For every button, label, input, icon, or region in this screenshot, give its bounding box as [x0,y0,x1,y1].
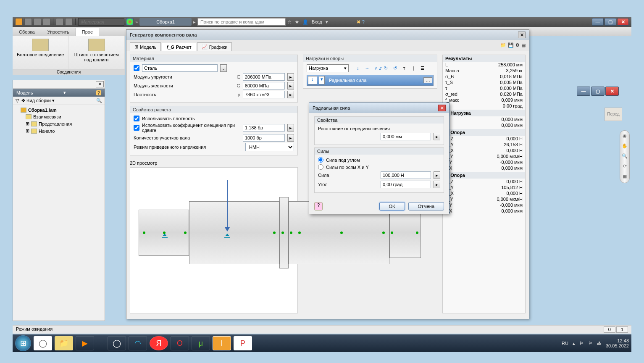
bg-close[interactable]: ✕ [605,87,619,96]
help-icon[interactable]: ? [362,19,365,24]
chevron-icon[interactable]: ▾ [319,76,325,84]
load-edit-button[interactable]: … [423,77,432,83]
panel-close-icon[interactable]: ✕ [96,81,104,87]
list-icon[interactable]: ☰ [419,65,426,72]
sections-dd[interactable]: ▸ [287,134,294,142]
clock[interactable]: 12:48 30.05.2022 [606,338,629,348]
dialog-close-button[interactable]: ✕ [438,105,446,111]
tray-flag-icon[interactable]: 🏳 [579,341,584,346]
taskbar-powerpoint[interactable]: P [234,336,252,350]
taskbar-media[interactable]: ▶ [76,336,94,350]
sections-input[interactable] [243,134,285,142]
taskbar-app[interactable]: ◯ [34,336,52,350]
filter-icon[interactable]: ▽ [16,98,19,103]
minimize-button[interactable]: — [592,18,604,26]
close-button[interactable]: ✕ [617,18,629,26]
tray-flag-icon[interactable]: 🏳 [588,341,593,346]
pan-icon[interactable]: ✋ [621,143,628,150]
view-cube[interactable]: Перед [605,108,622,121]
appearance-icon[interactable] [126,18,134,26]
tree-node[interactable]: ⊞ Представления [16,120,102,127]
undo-icon[interactable] [56,18,63,26]
gen-save-icon[interactable]: 💾 [508,42,514,50]
assembly-view-dropdown[interactable]: ✥ Вид сборки ▾ [21,98,55,103]
g-input[interactable] [243,82,285,89]
open-icon[interactable] [34,18,41,26]
text-icon[interactable]: т [401,65,407,72]
bg-maximize[interactable]: ▢ [591,87,605,96]
distributed-load-icon[interactable]: ⫽⫽ [373,65,380,72]
document-tab[interactable]: Сборка1 [139,18,192,26]
taskbar-explorer[interactable]: 📁 [55,336,73,350]
find-icon[interactable]: 🔍 [96,98,102,103]
torque-icon[interactable]: ↺ [392,65,398,72]
e-input[interactable] [243,73,285,81]
gen-close-button[interactable]: ✕ [518,32,526,38]
gen-open-icon[interactable]: 📁 [500,42,506,50]
start-button[interactable]: ⊞ [15,335,31,351]
dialog-help-button[interactable]: ? [314,202,323,210]
material-selector[interactable] [78,18,124,26]
ribbon-tab-design[interactable]: Прое [76,28,99,36]
angle-input[interactable] [381,181,431,188]
force-angle-radio[interactable] [318,157,323,163]
taskbar-inventor[interactable]: I [213,336,231,350]
tab-calc[interactable]: f_GРасчет [162,43,196,51]
star-icon[interactable]: ★ [295,19,299,25]
gen-settings-icon[interactable]: ⚙ [515,42,520,50]
panel-help-icon[interactable]: ? [96,90,101,95]
taskbar-edge[interactable]: ◠ [129,336,147,350]
force-input[interactable] [381,171,431,179]
force-dd[interactable]: ▸ [434,171,440,179]
rho-input[interactable] [243,91,285,98]
distance-dd[interactable]: ▸ [434,133,440,140]
ribbon-tab-assembly[interactable]: Сборка [13,28,41,36]
taskbar-chrome[interactable]: ◯ [108,336,126,350]
tree-node[interactable]: Взаимосвязи [16,113,102,120]
tree-root[interactable]: Сборка1.iam [16,107,102,113]
distance-input[interactable] [381,133,431,140]
shaft-2d-preview[interactable] [130,167,298,313]
login-area[interactable]: ☆ ★ 👤 Вход ▾ [287,19,328,25]
tree-node[interactable]: ⊞ Начало [16,127,102,134]
bg-minimize[interactable]: — [577,87,590,96]
tray-up-icon[interactable]: ▴ [573,341,575,346]
orbit-icon[interactable]: ⟳ [621,163,628,170]
rho-dd[interactable]: ▸ [287,91,294,98]
taskbar-yandex[interactable]: Я [150,336,168,350]
mode-select[interactable]: НМН [245,143,294,151]
angle-dd[interactable]: ▸ [434,181,440,188]
material-name-input[interactable] [142,64,218,72]
taskbar-opera[interactable]: O [171,336,189,350]
ribbon-tab-simplify[interactable]: Упростить [41,28,76,36]
help-icon[interactable]: ✖ [357,19,360,25]
tab-graphs[interactable]: 📈Графики [197,42,232,51]
language-indicator[interactable]: RU [562,341,568,346]
material-browse-button[interactable]: … [220,64,227,72]
axial-force-icon[interactable]: → [364,65,371,72]
tab-model[interactable]: ⊞Модель [130,42,161,51]
maximize-button[interactable]: ▢ [605,18,616,26]
use-density-checkbox[interactable] [134,116,139,121]
material-checkbox[interactable] [134,65,139,71]
load-type-select[interactable]: Нагрузка▾ [307,64,349,72]
new-icon[interactable] [24,18,32,26]
moment-icon[interactable]: ↻ [382,65,389,72]
e-dd[interactable]: ▸ [287,73,294,81]
gen-list-icon[interactable]: ▤ [521,42,526,50]
shear-dd[interactable]: ▸ [287,124,294,132]
taskbar-utorrent[interactable]: μ [192,336,210,350]
save-icon[interactable] [43,18,50,26]
g-dd[interactable]: ▸ [287,82,294,89]
radial-force-icon[interactable]: ↓ [355,65,361,72]
load-list-item[interactable]: ↓ ▾ Радиальная сила … [307,75,434,86]
redo-icon[interactable] [65,18,73,26]
navwheel-icon[interactable]: ◉ [621,133,628,140]
shear-input[interactable] [243,124,285,132]
help-search[interactable] [197,18,286,26]
lookat-icon[interactable]: ▦ [621,174,628,180]
force-xy-radio[interactable] [318,164,323,170]
star-icon[interactable]: ☆ [287,19,292,25]
cancel-button[interactable]: Отмена [408,202,444,210]
use-shear-checkbox[interactable] [134,125,139,131]
